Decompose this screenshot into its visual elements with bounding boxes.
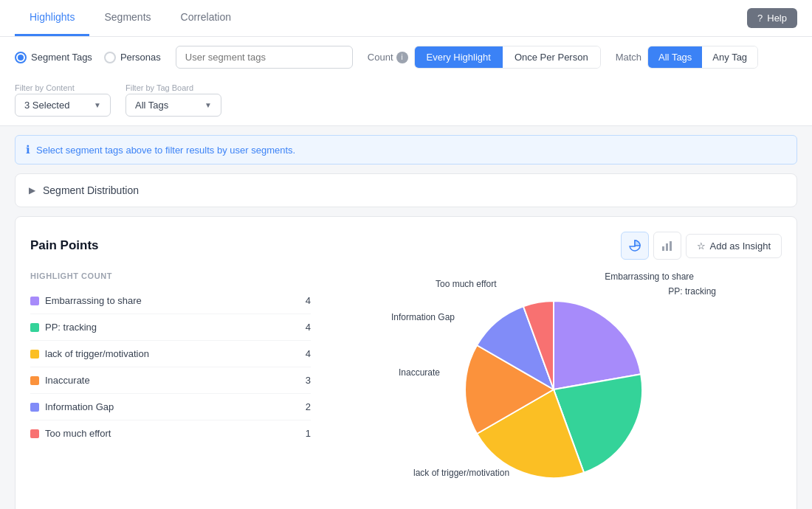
row-color-indicator xyxy=(30,429,39,438)
main-content: ℹ Select segment tags above to filter re… xyxy=(0,135,812,509)
row-color-indicator xyxy=(30,323,39,332)
pie-chart-svg xyxy=(450,286,657,493)
pie-chart-container: Embarrassing to share PP: tracking lack … xyxy=(406,271,701,508)
table-row: Information Gap 2 xyxy=(30,394,311,420)
pie-chart-btn[interactable] xyxy=(621,232,649,260)
svg-rect-2 xyxy=(670,241,672,251)
table-row: lack of trigger/motivation 4 xyxy=(30,341,311,367)
pie-chart-icon xyxy=(628,239,641,252)
top-nav: Highlights Segments Correlation ? Help xyxy=(0,0,812,37)
svg-rect-0 xyxy=(662,246,664,251)
filter-by-tag-board-label: Filter by Tag Board xyxy=(125,83,221,92)
row-color-indicator xyxy=(30,376,39,385)
table-row: PP: tracking 4 xyxy=(30,314,311,341)
app-container: Highlights Segments Correlation ? Help S… xyxy=(0,0,812,509)
filter-by-content-label: Filter by Content xyxy=(15,83,111,92)
table-row: Too much effort 1 xyxy=(30,420,311,446)
row-label: Inaccurate xyxy=(45,375,300,386)
row-color-indicator xyxy=(30,403,39,412)
radio-segment-tags[interactable]: Segment Tags xyxy=(15,52,92,63)
segment-tags-input[interactable] xyxy=(176,46,353,69)
pain-points-card: Pain Points xyxy=(15,216,797,509)
match-label: Match xyxy=(616,52,641,63)
pie-label-info-gap: Information Gap xyxy=(391,312,455,322)
table-row: Inaccurate 3 xyxy=(30,367,311,394)
count-info-icon: i xyxy=(396,52,408,63)
row-count: 2 xyxy=(306,401,311,412)
count-toggle-group: Every Highlight Once Per Person xyxy=(414,46,601,69)
pain-points-header: Pain Points xyxy=(30,232,782,260)
tab-segments[interactable]: Segments xyxy=(89,0,165,36)
info-circle-icon: ℹ xyxy=(26,143,30,156)
bar-chart-btn[interactable] xyxy=(653,232,681,260)
pie-label-inaccurate: Inaccurate xyxy=(399,367,440,378)
chevron-down-icon-2: ▼ xyxy=(204,101,212,109)
chart-actions: ☆ Add as Insight xyxy=(621,232,782,260)
match-toggle-group: All Tags Any Tag xyxy=(647,46,758,69)
help-button[interactable]: ? Help xyxy=(747,8,797,28)
pie-label-embarrassing: Embarrassing to share xyxy=(605,271,694,282)
every-highlight-btn[interactable]: Every Highlight xyxy=(415,46,503,68)
pie-label-trigger: lack of trigger/motivation xyxy=(413,468,509,478)
row-label: Embarrassing to share xyxy=(45,295,300,306)
table-row: Embarrassing to share 4 xyxy=(30,288,311,314)
row-count: 1 xyxy=(306,428,311,439)
segment-distribution-row[interactable]: ▶ Segment Distribution xyxy=(15,173,797,207)
row-count: 4 xyxy=(306,322,311,333)
row-color-indicator xyxy=(30,297,39,305)
table-header: HIGHLIGHT COUNT xyxy=(30,271,311,280)
any-tag-btn[interactable]: Any Tag xyxy=(702,46,757,68)
filter-by-tag-board-dropdown[interactable]: All Tags ▼ xyxy=(125,94,221,117)
bar-chart-icon xyxy=(661,239,674,252)
row-count: 4 xyxy=(306,295,311,306)
info-banner: ℹ Select segment tags above to filter re… xyxy=(15,135,797,165)
row-label: PP: tracking xyxy=(45,322,300,333)
nav-tabs: Highlights Segments Correlation xyxy=(15,0,246,36)
pain-points-title: Pain Points xyxy=(30,238,99,253)
row-label: Too much effort xyxy=(45,428,300,439)
tab-correlation[interactable]: Correlation xyxy=(166,0,246,36)
match-section: Match All Tags Any Tag xyxy=(616,46,758,69)
filter-bar: Segment Tags Personas Count i Every High… xyxy=(0,37,812,126)
row-label: lack of trigger/motivation xyxy=(45,348,300,359)
radio-personas[interactable]: Personas xyxy=(104,52,161,63)
count-label: Count i xyxy=(368,52,408,63)
table-rows: Embarrassing to share 4 PP: tracking 4 l… xyxy=(30,288,311,446)
segment-distribution-label: Segment Distribution xyxy=(43,184,139,196)
svg-rect-1 xyxy=(666,243,668,251)
help-icon: ? xyxy=(757,13,763,24)
segment-type-radio-group: Segment Tags Personas xyxy=(15,52,161,63)
tab-highlights[interactable]: Highlights xyxy=(15,0,89,36)
filter-by-tag-board-section: Filter by Tag Board All Tags ▼ xyxy=(125,83,221,117)
radio-dot-personas xyxy=(104,52,116,63)
row-count: 4 xyxy=(306,348,311,359)
pie-label-too-much-effort: Too much effort xyxy=(436,279,497,289)
highlight-count-table: HIGHLIGHT COUNT Embarrassing to share 4 … xyxy=(30,271,311,508)
once-per-person-btn[interactable]: Once Per Person xyxy=(503,46,600,68)
row-label: Information Gap xyxy=(45,401,300,412)
chevron-down-icon: ▼ xyxy=(94,101,101,109)
row-color-indicator xyxy=(30,350,39,359)
add-as-insight-button[interactable]: ☆ Add as Insight xyxy=(686,234,782,258)
chevron-right-icon: ▶ xyxy=(29,185,35,195)
radio-dot-segment-tags xyxy=(15,52,27,63)
all-tags-btn[interactable]: All Tags xyxy=(648,46,702,68)
star-icon: ☆ xyxy=(697,240,706,252)
data-section: HIGHLIGHT COUNT Embarrassing to share 4 … xyxy=(30,271,782,508)
filter-by-content-dropdown[interactable]: 3 Selected ▼ xyxy=(15,94,111,117)
pie-chart-area: Embarrassing to share PP: tracking lack … xyxy=(326,271,782,508)
filter-by-content-section: Filter by Content 3 Selected ▼ xyxy=(15,83,111,117)
pie-label-pp-tracking: PP: tracking xyxy=(668,286,716,297)
row-count: 3 xyxy=(306,375,311,386)
count-section: Count i Every Highlight Once Per Person xyxy=(368,46,601,69)
